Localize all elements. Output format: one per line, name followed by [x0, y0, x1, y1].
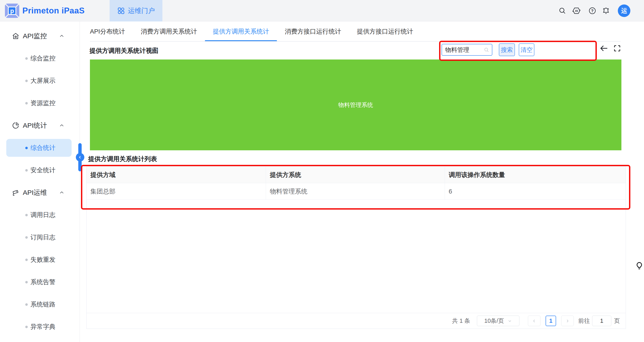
- sidebar-section-label: API监控: [23, 32, 47, 41]
- clear-button[interactable]: 清空: [519, 44, 534, 56]
- chevron-up-icon: [58, 122, 65, 128]
- tab-api-distribution[interactable]: API分布统计: [90, 22, 125, 42]
- prev-page-button[interactable]: [528, 316, 540, 326]
- goto-page-input[interactable]: [592, 316, 611, 326]
- cell-provider-domain: 集团总部: [86, 183, 266, 200]
- sidebar-item-label: 综合监控: [30, 54, 56, 63]
- stats-tabs: API分布统计 消费方调用关系统计 提供方调用关系统计 消费方接口运行统计 提供…: [90, 22, 413, 42]
- fullscreen-icon[interactable]: [613, 44, 621, 52]
- bullet-dot: [25, 147, 28, 149]
- sidebar-item-label: 资源监控: [30, 99, 56, 107]
- search-button[interactable]: 搜索: [499, 44, 515, 56]
- bullet-dot: [25, 303, 28, 306]
- table-header-row: 提供方域 提供方系统 调用该操作系统数量: [86, 167, 626, 183]
- primeton-ipaas-app: { "colors": { "accent-blue": "#2e82f5", …: [0, 0, 644, 342]
- provider-relation-table: 提供方域 提供方系统 调用该操作系统数量 集团总部 物料管理系统 6 共 1 条…: [86, 167, 626, 329]
- sidebar-item-label: 安全统计: [30, 166, 56, 174]
- sidebar-item-label: 大屏展示: [30, 76, 56, 85]
- topbar-actions: AI ? 运: [558, 0, 630, 22]
- notifications-bell-icon[interactable]: [602, 6, 610, 15]
- top-bar: p Primeton iPaaS 运维门户 AI ?: [0, 0, 644, 22]
- user-avatar[interactable]: 运: [618, 4, 630, 17]
- chevron-up-icon: [58, 190, 65, 196]
- tabs-divider: [90, 41, 620, 42]
- apps-grid-icon: [117, 7, 125, 14]
- chevron-right-icon: [565, 318, 570, 324]
- sidebar-item-label: 系统链路: [30, 300, 56, 309]
- sidebar-item-call-logs[interactable]: 调用日志: [0, 204, 80, 226]
- logo-glyph: p: [10, 8, 14, 14]
- cell-call-system-count: 6: [445, 183, 626, 200]
- page-size-select[interactable]: 10条/页: [477, 316, 520, 326]
- sidebar-item-label: 调用日志: [30, 211, 56, 219]
- bullet-dot: [25, 80, 28, 82]
- pagination-total: 共 1 条: [452, 317, 470, 325]
- cell-provider-system: 物料管理系统: [266, 183, 444, 200]
- goto-page-label: 前往: [578, 317, 590, 325]
- sidebar-item-subscription-logs[interactable]: 订阅日志: [0, 226, 80, 248]
- sidebar-item-resource-monitor[interactable]: 资源监控: [0, 92, 80, 114]
- next-page-button[interactable]: [561, 316, 574, 326]
- sidebar-item-failure-resend[interactable]: 失败重发: [0, 248, 80, 271]
- table-empty-area: [86, 200, 626, 313]
- tab-consumer-call-relation[interactable]: 消费方调用关系统计: [141, 22, 197, 42]
- sidebar-item-label: 系统告警: [30, 278, 56, 286]
- sidebar-item-stats-overview[interactable]: 综合统计: [0, 137, 80, 159]
- sidebar-section-label: API运维: [23, 188, 47, 197]
- sidebar-section-api-monitor[interactable]: API监控: [0, 25, 80, 47]
- chevron-left-icon: [78, 155, 82, 159]
- pie-chart-icon: [12, 122, 20, 130]
- bullet-dot: [25, 281, 28, 284]
- ai-icon-label: AI: [575, 9, 578, 12]
- page-unit-label: 页: [614, 317, 620, 325]
- help-icon-glyph: ?: [591, 9, 594, 13]
- bullet-dot: [25, 102, 28, 104]
- column-header-call-system-count: 调用该操作系统数量: [445, 167, 626, 183]
- bullet-dot: [25, 214, 28, 216]
- back-arrow-icon[interactable]: [599, 44, 609, 53]
- title-help-icon[interactable]: [152, 46, 158, 53]
- sidebar-item-system-links[interactable]: 系统链路: [0, 293, 80, 316]
- tab-consumer-api-run[interactable]: 消费方接口运行统计: [285, 22, 341, 42]
- sidebar-item-monitor-overview[interactable]: 综合监控: [0, 47, 80, 70]
- search-icon[interactable]: [558, 7, 566, 14]
- input-search-icon: [484, 47, 489, 52]
- treemap-node-label: 物料管理系统: [338, 101, 373, 109]
- sidebar-item-label: 综合统计: [30, 144, 56, 152]
- sidebar-collapse-button[interactable]: [76, 153, 84, 162]
- column-header-provider-system: 提供方系统: [266, 167, 444, 183]
- bullet-dot: [25, 57, 28, 60]
- provider-relation-treemap[interactable]: 物料管理系统: [90, 60, 622, 150]
- table-row[interactable]: 集团总部 物料管理系统 6: [86, 183, 626, 200]
- chevron-left-icon: [532, 318, 537, 324]
- sidebar-item-label: 订阅日志: [30, 233, 56, 242]
- bullet-dot: [25, 326, 28, 328]
- sidebar-item-system-alerts[interactable]: 系统告警: [0, 271, 80, 293]
- sidebar-item-label: 异常字典: [30, 322, 56, 331]
- tab-provider-call-relation[interactable]: 提供方调用关系统计: [213, 22, 269, 42]
- help-icon[interactable]: ?: [588, 7, 596, 15]
- ai-assistant-icon[interactable]: AI: [572, 6, 581, 15]
- main-content: API分布统计 消费方调用关系统计 提供方调用关系统计 消费方接口运行统计 提供…: [80, 22, 644, 342]
- sidebar-section-label: API统计: [23, 121, 47, 130]
- home-icon: [12, 32, 20, 40]
- app-title: Primeton iPaaS: [22, 0, 84, 22]
- pagination-bar: 共 1 条 10条/页 1 前往 页: [86, 313, 626, 328]
- tab-provider-api-run[interactable]: 提供方接口运行统计: [357, 22, 413, 42]
- surveillance-camera-icon: [12, 188, 20, 196]
- sidebar-item-big-screen[interactable]: 大屏展示: [0, 70, 80, 92]
- sidebar-item-label: 失败重发: [30, 256, 56, 264]
- list-title: 提供方调用关系统计列表: [88, 155, 157, 163]
- lightbulb-icon[interactable]: [634, 261, 644, 271]
- sidebar-section-api-ops[interactable]: API运维: [0, 182, 80, 204]
- current-page-button[interactable]: 1: [546, 316, 556, 326]
- bullet-dot: [25, 169, 28, 172]
- chevron-up-icon: [58, 33, 65, 39]
- column-header-provider-domain: 提供方域: [86, 167, 266, 183]
- sidebar-item-exception-dictionary[interactable]: 异常字典: [0, 316, 80, 338]
- sidebar-item-security-stats[interactable]: 安全统计: [0, 159, 80, 182]
- portal-tab-ops[interactable]: 运维门户: [110, 0, 162, 22]
- sidebar-nav: API监控 综合监控 大屏展示 资源监控 API统计 综合统计 安全统计: [0, 22, 80, 342]
- bullet-dot: [25, 258, 28, 261]
- sidebar-section-api-stats[interactable]: API统计: [0, 114, 80, 137]
